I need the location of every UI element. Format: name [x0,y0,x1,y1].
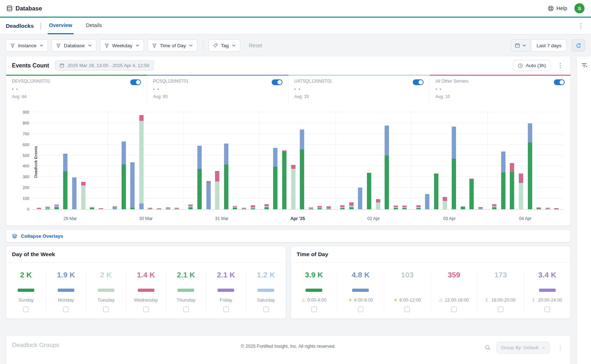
checkbox[interactable] [143,307,149,312]
filter-instance-button[interactable]: Instance [6,39,48,52]
interval-selector[interactable]: Auto (3h) [513,60,551,71]
bar[interactable] [416,112,421,209]
checkbox[interactable] [23,307,29,312]
bar[interactable] [166,112,170,209]
bar[interactable] [510,112,514,209]
checkbox[interactable] [451,307,457,312]
calendar-picker-button[interactable] [511,39,530,52]
checkbox[interactable] [263,307,269,312]
group-by-dropdown[interactable]: Group By: Default [496,342,550,354]
bar[interactable] [233,112,237,209]
bar[interactable] [273,112,277,209]
bar[interactable] [358,112,362,209]
avatar[interactable]: S [574,3,585,13]
tab-bar-menu-icon[interactable]: ⋮ [576,21,585,30]
last-7-days-button[interactable]: Last 7 days [531,39,567,52]
bar[interactable] [148,112,152,209]
tab-overview[interactable]: Overview [48,18,74,34]
bar[interactable] [282,112,286,209]
bar[interactable] [327,112,331,209]
bar[interactable] [72,112,76,209]
bar[interactable] [461,112,465,209]
bar[interactable] [394,112,398,209]
series-toggle[interactable] [554,79,565,85]
reset-button[interactable]: Reset [249,43,262,48]
bar[interactable] [63,112,67,209]
filter-weekday-button[interactable]: Weekday [100,39,144,52]
bar[interactable] [197,112,202,209]
series-toggle[interactable] [272,79,283,85]
checkbox[interactable] [544,307,550,312]
bar[interactable] [492,112,496,209]
bar[interactable] [452,112,456,209]
bar[interactable] [157,112,161,209]
bar[interactable] [99,112,103,209]
bar[interactable] [318,112,322,209]
top-bar: Database Help S [0,0,591,18]
bar[interactable] [54,112,59,209]
events-card-menu-icon[interactable]: ⋮ [556,61,565,70]
checkbox[interactable] [358,307,363,312]
bar[interactable] [554,112,559,209]
series-toggle[interactable] [413,79,424,85]
bar[interactable] [340,112,345,209]
stat-bar [58,289,74,292]
bar[interactable] [188,112,193,209]
bar[interactable] [81,112,86,209]
bar[interactable] [206,112,211,209]
bar[interactable] [349,112,354,209]
bar[interactable] [309,112,313,209]
bar[interactable] [367,112,371,209]
bar[interactable] [434,112,438,209]
bar[interactable] [45,112,50,209]
bar[interactable] [113,112,117,209]
bar[interactable] [402,112,407,209]
checkbox[interactable] [223,307,229,312]
bar[interactable] [425,112,429,209]
help-button[interactable]: Help [548,5,567,12]
tag-icon [213,43,218,48]
bar[interactable] [376,112,380,209]
refresh-button[interactable] [572,39,585,52]
tab-details[interactable]: Details [84,18,103,34]
checkbox[interactable] [63,307,69,312]
bar[interactable] [478,112,483,209]
bar[interactable] [300,112,304,209]
search-icon[interactable] [485,345,491,351]
checkbox[interactable] [498,307,503,312]
bar-segment [157,209,161,209]
filter-time-of-day-button[interactable]: Time of Day [148,39,197,52]
filter-tag-button[interactable]: Tag [209,39,240,52]
bar[interactable] [385,112,389,209]
bar[interactable] [242,112,246,209]
bar[interactable] [519,112,523,209]
bar[interactable] [546,112,550,209]
bar[interactable] [528,112,532,209]
date-range-chip[interactable]: 2025 Mar 28, 13:00 - 2025 Apr 4, 12:50 [55,60,154,71]
bar[interactable] [469,112,474,209]
bar[interactable] [175,112,179,209]
bar[interactable] [130,112,135,209]
checkbox[interactable] [311,307,317,312]
series-toggle[interactable] [130,79,141,85]
bar[interactable] [122,112,126,209]
collapse-overlays-button[interactable]: Collapse Overlays [6,229,571,242]
bar[interactable] [537,112,541,209]
filter-settings-icon[interactable] [581,62,587,364]
checkbox[interactable] [404,307,410,312]
legend-avg: Avg: 93 [153,94,282,99]
checkbox[interactable] [183,307,189,312]
bar[interactable] [37,112,41,209]
bar[interactable] [139,112,144,209]
checkbox[interactable] [103,307,109,312]
bar[interactable] [90,112,94,209]
bar[interactable] [443,112,447,209]
deadlock-groups-menu-icon[interactable]: ⋮ [556,343,565,352]
bar[interactable] [501,112,505,209]
filter-database-button[interactable]: Database [52,39,96,52]
bar[interactable] [264,112,269,209]
bar[interactable] [251,112,255,209]
bar[interactable] [215,112,219,209]
bar[interactable] [291,112,296,209]
bar[interactable] [224,112,228,209]
